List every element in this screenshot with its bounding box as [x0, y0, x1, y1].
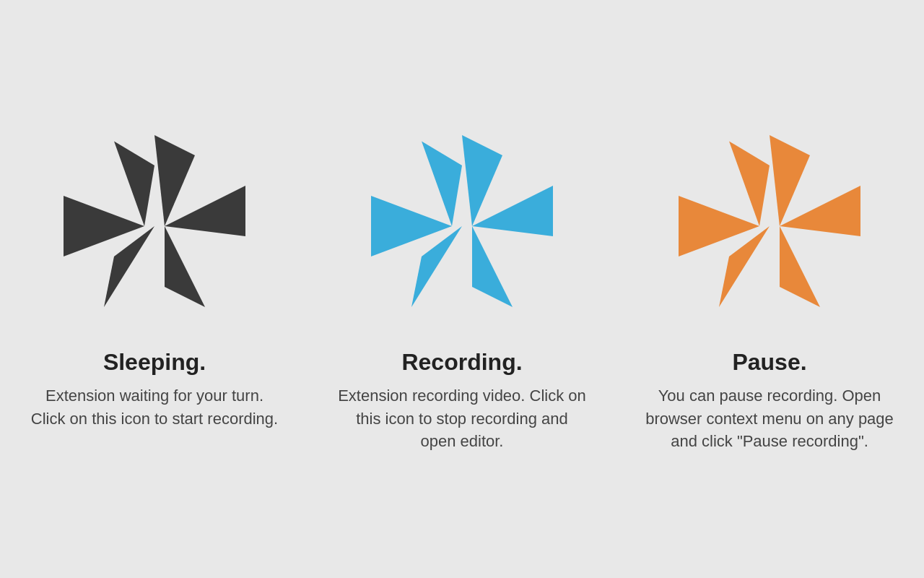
sleeping-card: Sleeping. Extension waiting for your tur…	[1, 111, 308, 445]
pause-icon-wrapper[interactable]	[668, 125, 871, 327]
pause-description: You can pause recording. Open browser co…	[645, 384, 894, 454]
pause-shutter-icon	[668, 125, 871, 327]
recording-description: Extension recording video. Click on this…	[337, 384, 587, 454]
main-container: Sleeping. Extension waiting for your tur…	[0, 82, 924, 497]
sleeping-title: Sleeping.	[103, 349, 206, 376]
recording-icon-wrapper[interactable]	[361, 125, 563, 327]
pause-card: Pause. You can pause recording. Open bro…	[616, 111, 923, 468]
recording-card: Recording. Extension recording video. Cl…	[308, 111, 616, 468]
sleeping-icon-wrapper[interactable]	[53, 125, 256, 327]
recording-title: Recording.	[401, 349, 522, 376]
recording-shutter-icon	[361, 125, 563, 327]
sleeping-description: Extension waiting for your turn. Click o…	[30, 384, 279, 431]
sleeping-shutter-icon	[53, 125, 256, 327]
pause-title: Pause.	[732, 349, 806, 376]
